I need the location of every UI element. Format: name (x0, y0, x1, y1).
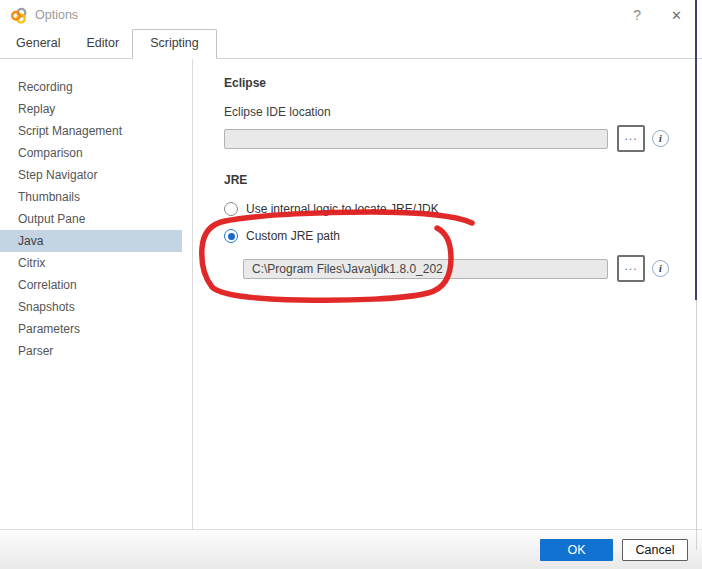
custom-jre-path-row: ... i (243, 255, 702, 282)
eclipse-ide-location-input[interactable] (224, 129, 608, 149)
custom-jre-path-input[interactable] (243, 259, 608, 279)
sidebar-item-snapshots[interactable]: Snapshots (0, 296, 182, 318)
sidebar-item-output-pane[interactable]: Output Pane (0, 208, 182, 230)
settings-category-list: Recording Replay Script Management Compa… (0, 59, 193, 529)
browse-button[interactable]: ... (617, 125, 645, 152)
sidebar-item-correlation[interactable]: Correlation (0, 274, 182, 296)
java-settings-panel: Eclipse Eclipse IDE location ... i JRE U… (193, 59, 702, 529)
info-icon[interactable]: i (652, 260, 669, 277)
sidebar-item-step-navigator[interactable]: Step Navigator (0, 164, 182, 186)
tab-bar: General Editor Scripting (0, 30, 702, 59)
sidebar-item-thumbnails[interactable]: Thumbnails (0, 186, 182, 208)
browse-button[interactable]: ... (617, 255, 645, 282)
internal-logic-radio-label: Use internal logic to locate JRE/JDK (246, 202, 439, 216)
eclipse-ide-location-label: Eclipse IDE location (224, 105, 702, 119)
info-icon[interactable]: i (652, 130, 669, 147)
radio-unselected-icon[interactable] (224, 202, 238, 216)
eclipse-ide-location-row: ... i (224, 125, 702, 152)
window-edge-artifact (696, 300, 697, 550)
ok-button[interactable]: OK (540, 539, 613, 561)
cancel-button[interactable]: Cancel (622, 539, 688, 561)
sidebar-item-java[interactable]: Java (0, 230, 182, 252)
close-icon[interactable]: ✕ (671, 8, 682, 23)
sidebar-item-citrix[interactable]: Citrix (0, 252, 182, 274)
window-edge-artifact (695, 0, 697, 300)
tab-scripting[interactable]: Scripting (132, 29, 217, 59)
internal-logic-radio-row[interactable]: Use internal logic to locate JRE/JDK (224, 202, 702, 216)
window-title: Options (35, 8, 78, 22)
title-bar: Options ? ✕ (0, 0, 702, 30)
sidebar-item-parameters[interactable]: Parameters (0, 318, 182, 340)
dialog-footer: OK Cancel (0, 529, 702, 569)
sidebar-item-comparison[interactable]: Comparison (0, 142, 182, 164)
help-icon[interactable]: ? (633, 7, 641, 23)
tab-editor[interactable]: Editor (73, 30, 132, 58)
sidebar-item-parser[interactable]: Parser (0, 340, 182, 362)
eclipse-section-header: Eclipse (224, 76, 702, 90)
jre-section-header: JRE (224, 173, 702, 187)
custom-jre-radio-row[interactable]: Custom JRE path (224, 229, 702, 243)
tab-general[interactable]: General (3, 30, 73, 58)
sidebar-item-recording[interactable]: Recording (0, 76, 182, 98)
radio-selected-icon[interactable] (224, 229, 238, 243)
sidebar-item-replay[interactable]: Replay (0, 98, 182, 120)
sidebar-item-script-management[interactable]: Script Management (0, 120, 182, 142)
dialog-body: Recording Replay Script Management Compa… (0, 59, 702, 529)
app-logo-rings-icon (11, 7, 28, 24)
custom-jre-radio-label: Custom JRE path (246, 229, 340, 243)
